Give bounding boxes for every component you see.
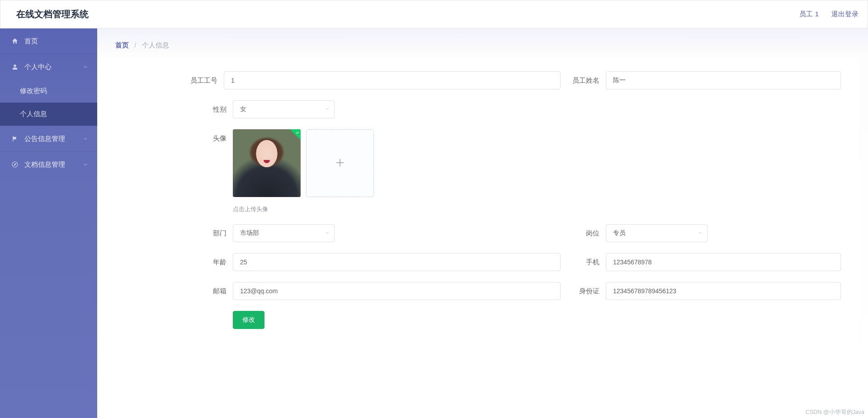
label-idcard: 身份证 — [561, 282, 606, 300]
label-mobile: 手机 — [561, 253, 606, 271]
email-input[interactable] — [233, 282, 561, 300]
svg-point-0 — [14, 65, 16, 67]
nav-home-label: 首页 — [24, 37, 38, 46]
avatar-success-badge — [290, 129, 301, 140]
breadcrumb-sep: / — [134, 41, 136, 49]
age-input[interactable] — [233, 253, 561, 271]
chevron-up-icon — [83, 63, 88, 71]
compass-icon — [11, 160, 19, 169]
mobile-input[interactable] — [606, 253, 841, 271]
sidebar: 首页 个人中心 修改密码 个人信息 — [0, 28, 97, 418]
nav-profile-label: 个人信息 — [20, 110, 47, 118]
nav-personal-label: 个人中心 — [24, 63, 52, 71]
breadcrumb-current: 个人信息 — [142, 41, 169, 49]
nav-doc-label: 文档信息管理 — [24, 160, 65, 169]
profile-form: 员工工号 员工姓名 性别 女 — [97, 58, 859, 358]
label-emp-name: 员工姓名 — [561, 71, 606, 89]
nav-change-password[interactable]: 修改密码 — [0, 80, 97, 103]
emp-name-input[interactable] — [606, 71, 841, 89]
nav-home[interactable]: 首页 — [0, 28, 97, 54]
nav-change-password-label: 修改密码 — [20, 87, 47, 95]
current-user[interactable]: 员工 1 — [799, 10, 819, 19]
gender-select[interactable]: 女 — [233, 100, 335, 118]
label-avatar: 头像 — [179, 129, 233, 147]
submit-button[interactable]: 修改 — [233, 311, 264, 329]
user-icon — [11, 63, 19, 71]
label-age: 年龄 — [179, 253, 233, 271]
nav-doc[interactable]: 文档信息管理 — [0, 152, 97, 177]
nav-personal[interactable]: 个人中心 — [0, 54, 97, 80]
label-post: 岗位 — [561, 224, 606, 242]
breadcrumb-home[interactable]: 首页 — [115, 41, 129, 49]
breadcrumb: 首页 / 个人信息 — [97, 28, 868, 58]
flag-icon — [11, 135, 19, 143]
svg-marker-2 — [14, 164, 16, 165]
chevron-down-icon — [83, 135, 88, 143]
emp-no-input[interactable] — [224, 71, 561, 89]
home-icon — [11, 37, 19, 45]
avatar-upload-add[interactable] — [306, 129, 374, 197]
label-gender: 性别 — [179, 100, 233, 118]
nav-profile[interactable]: 个人信息 — [0, 103, 97, 126]
label-emp-no: 员工工号 — [179, 71, 224, 89]
plus-icon — [334, 156, 346, 170]
avatar-tip: 点击上传头像 — [233, 205, 561, 213]
nav-notice[interactable]: 公告信息管理 — [0, 126, 97, 151]
header: 在线文档管理系统 员工 1 退出登录 — [0, 0, 868, 28]
main: 首页 / 个人信息 员工工号 员工姓名 性别 — [97, 28, 868, 418]
label-dept: 部门 — [179, 224, 233, 242]
idcard-input[interactable] — [606, 282, 841, 300]
label-email: 邮箱 — [179, 282, 233, 300]
chevron-down-icon — [83, 161, 88, 169]
avatar-thumbnail[interactable] — [233, 129, 301, 197]
app-title: 在线文档管理系统 — [16, 8, 89, 20]
dept-select[interactable]: 市场部 — [233, 224, 335, 242]
header-right: 员工 1 退出登录 — [799, 10, 859, 19]
logout-link[interactable]: 退出登录 — [831, 10, 859, 19]
post-select[interactable]: 专员 — [606, 224, 708, 242]
nav-notice-label: 公告信息管理 — [24, 135, 65, 143]
